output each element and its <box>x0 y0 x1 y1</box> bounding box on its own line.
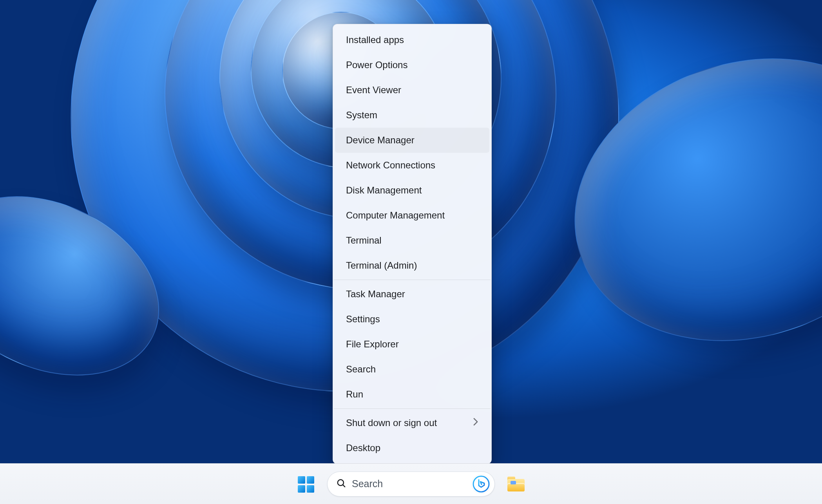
menu-item-disk-management[interactable]: Disk Management <box>335 178 489 203</box>
menu-item-label: Run <box>346 389 363 400</box>
menu-item-network-connections[interactable]: Network Connections <box>335 153 489 178</box>
menu-separator <box>334 408 491 409</box>
menu-item-label: Terminal <box>346 235 382 246</box>
menu-item-terminal[interactable]: Terminal <box>335 228 489 253</box>
menu-item-label: Search <box>346 364 376 375</box>
menu-item-system[interactable]: System <box>335 103 489 128</box>
menu-item-shut-down-or-sign-out[interactable]: Shut down or sign out <box>335 410 489 435</box>
taskbar-search[interactable]: Search <box>327 471 495 497</box>
start-button[interactable] <box>293 471 319 497</box>
menu-item-run[interactable]: Run <box>335 382 489 407</box>
menu-item-label: Disk Management <box>346 185 422 196</box>
menu-item-label: Settings <box>346 314 380 325</box>
menu-item-label: Shut down or sign out <box>346 417 437 428</box>
taskbar: Search <box>0 463 822 504</box>
menu-item-label: File Explorer <box>346 339 399 350</box>
menu-item-file-explorer[interactable]: File Explorer <box>335 332 489 357</box>
menu-item-terminal-admin[interactable]: Terminal (Admin) <box>335 253 489 278</box>
winx-context-menu: Installed appsPower OptionsEvent ViewerS… <box>333 24 492 464</box>
file-explorer-icon <box>507 477 525 491</box>
menu-item-task-manager[interactable]: Task Manager <box>335 282 489 307</box>
menu-item-desktop[interactable]: Desktop <box>335 435 489 461</box>
taskbar-file-explorer[interactable] <box>503 471 529 497</box>
menu-item-label: Event Viewer <box>346 85 401 96</box>
menu-item-label: Power Options <box>346 60 407 70</box>
chevron-right-icon <box>473 417 478 428</box>
menu-item-label: Terminal (Admin) <box>346 260 417 271</box>
menu-item-label: Task Manager <box>346 289 405 300</box>
bing-chat-icon[interactable] <box>472 475 491 493</box>
menu-item-label: Installed apps <box>346 34 404 45</box>
menu-separator <box>334 280 491 280</box>
menu-item-label: Device Manager <box>346 135 415 146</box>
menu-item-label: Desktop <box>346 443 380 453</box>
menu-item-search[interactable]: Search <box>335 357 489 382</box>
menu-item-label: Computer Management <box>346 210 445 221</box>
menu-item-power-options[interactable]: Power Options <box>335 52 489 78</box>
search-icon <box>336 478 346 490</box>
menu-item-event-viewer[interactable]: Event Viewer <box>335 78 489 103</box>
menu-item-computer-management[interactable]: Computer Management <box>335 203 489 228</box>
menu-item-installed-apps[interactable]: Installed apps <box>335 27 489 52</box>
svg-line-1 <box>343 484 345 486</box>
windows-start-icon <box>298 476 314 493</box>
menu-item-device-manager[interactable]: Device Manager <box>335 128 489 153</box>
menu-item-label: System <box>346 110 377 121</box>
menu-item-label: Network Connections <box>346 160 435 171</box>
search-placeholder: Search <box>352 478 466 490</box>
menu-item-settings[interactable]: Settings <box>335 307 489 332</box>
